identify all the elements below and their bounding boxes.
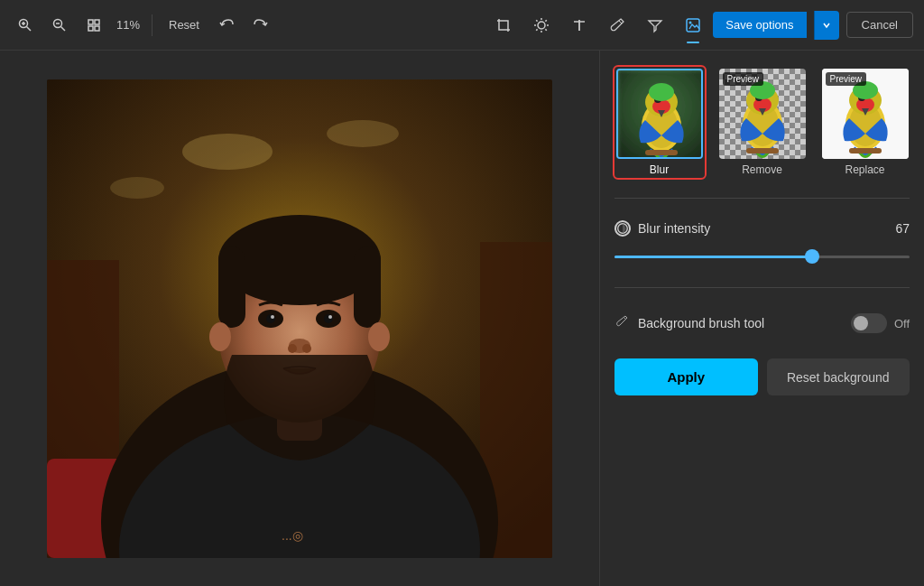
filter-tool-button[interactable]	[641, 11, 670, 40]
toggle-container: Off	[851, 313, 910, 333]
brush-section-icon	[614, 314, 629, 332]
brightness-tool-button[interactable]	[527, 11, 556, 40]
blur-header-left: Blur intensity	[614, 220, 710, 237]
background-tool-button[interactable]	[679, 11, 707, 40]
svg-line-22	[619, 21, 622, 23]
svg-point-49	[302, 344, 311, 353]
main-content: ...◎	[0, 51, 924, 586]
svg-rect-77	[849, 148, 882, 153]
svg-rect-7	[88, 20, 93, 24]
svg-line-19	[537, 29, 538, 30]
svg-point-40	[368, 322, 390, 351]
svg-rect-60	[645, 150, 678, 155]
preset-cards: Blur Preview	[614, 65, 910, 180]
svg-rect-68	[746, 148, 779, 153]
preset-remove-image: Preview	[719, 69, 806, 159]
brush-tool-toggle[interactable]	[851, 313, 887, 333]
svg-point-39	[209, 322, 231, 351]
svg-line-17	[546, 29, 547, 30]
fit-view-button[interactable]	[79, 11, 108, 40]
svg-rect-8	[95, 20, 99, 24]
panel-divider-1	[614, 198, 910, 199]
toolbar: 11% Reset Save options	[0, 0, 924, 51]
svg-point-45	[271, 315, 274, 319]
preset-remove[interactable]: Preview	[716, 65, 809, 180]
panel-divider-2	[614, 287, 910, 288]
toolbar-right: Save options Cancel	[713, 11, 913, 40]
svg-text:...◎: ...◎	[282, 528, 303, 543]
brush-tool-label: Background brush tool	[638, 316, 842, 330]
svg-point-28	[110, 177, 164, 199]
toolbar-left: 11% Reset	[11, 11, 484, 40]
zoom-in-button[interactable]	[11, 11, 40, 40]
preview-badge-replace: Preview	[826, 72, 867, 86]
preset-blur-image	[616, 69, 703, 159]
toggle-knob	[854, 316, 868, 330]
svg-rect-37	[218, 246, 245, 328]
brush-tool-state: Off	[894, 317, 910, 330]
svg-point-24	[689, 21, 692, 23]
brush-tool-button[interactable]	[603, 11, 632, 40]
svg-point-48	[288, 344, 297, 353]
svg-rect-38	[354, 246, 381, 328]
blur-intensity-value: 67	[895, 221, 910, 236]
svg-point-43	[266, 314, 275, 323]
svg-line-1	[27, 26, 32, 31]
right-panel: Blur Preview	[599, 51, 924, 586]
blur-intensity-label: Blur intensity	[638, 221, 710, 236]
svg-point-27	[327, 120, 399, 147]
crop-tool-button[interactable]	[489, 11, 518, 40]
save-options-button[interactable]: Save options	[713, 12, 806, 38]
blur-section: Blur intensity 67	[614, 217, 910, 269]
brush-section: Background brush tool Off	[614, 306, 910, 340]
zoom-out-button[interactable]	[45, 11, 74, 40]
canvas-area: ...◎	[0, 51, 599, 586]
redo-button[interactable]	[246, 11, 275, 40]
main-image: ...◎	[47, 79, 552, 558]
preset-remove-label: Remove	[742, 163, 782, 176]
action-buttons: Apply Reset background	[614, 358, 910, 395]
svg-line-18	[546, 20, 547, 21]
preset-replace-image: Preview	[822, 69, 909, 159]
svg-point-26	[182, 134, 273, 170]
toolbar-divider-1	[152, 14, 152, 36]
svg-point-59	[649, 83, 674, 101]
svg-point-11	[538, 22, 545, 29]
preset-blur-label: Blur	[650, 163, 669, 176]
blur-icon	[614, 220, 631, 237]
apply-button[interactable]: Apply	[614, 358, 758, 395]
toolbar-center	[489, 11, 707, 40]
svg-rect-10	[95, 26, 99, 31]
undo-button[interactable]	[212, 11, 241, 40]
text-tool-button[interactable]	[565, 11, 594, 40]
preset-replace[interactable]: Preview	[818, 65, 912, 180]
reset-background-button[interactable]: Reset background	[767, 358, 910, 395]
svg-point-46	[328, 315, 332, 319]
blur-header: Blur intensity 67	[614, 220, 910, 237]
svg-line-5	[61, 26, 66, 31]
preview-badge-remove: Preview	[723, 72, 764, 86]
preset-replace-label: Replace	[845, 163, 884, 176]
save-options-dropdown-button[interactable]	[814, 11, 839, 40]
svg-line-79	[624, 318, 626, 320]
image-container: ...◎	[47, 79, 552, 558]
reset-button[interactable]: Reset	[162, 14, 207, 35]
svg-point-44	[324, 314, 333, 323]
svg-rect-9	[88, 26, 93, 31]
preset-blur[interactable]: Blur	[613, 65, 707, 180]
zoom-level: 11%	[114, 18, 143, 32]
svg-line-16	[537, 20, 538, 21]
blur-slider-container[interactable]	[614, 247, 910, 265]
cancel-button[interactable]: Cancel	[846, 12, 913, 38]
